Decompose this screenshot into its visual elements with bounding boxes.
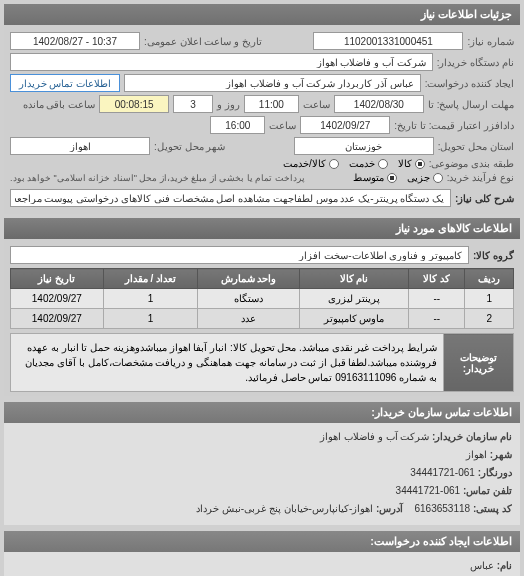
- general-desc-field[interactable]: [10, 189, 451, 207]
- table-header: تاریخ نیاز: [11, 269, 104, 289]
- general-desc-label: شرح کلی نیاز:: [455, 193, 514, 204]
- grouping-option-both[interactable]: کالا/خدمت: [283, 158, 339, 169]
- table-cell: 1: [103, 289, 198, 309]
- price-date-field[interactable]: [300, 116, 390, 134]
- grouping-label: طبقه بندی موضوعی:: [429, 158, 514, 169]
- addr-key: آدرس:: [376, 503, 403, 514]
- time-label-2: ساعت: [269, 120, 296, 131]
- price-validity-label: دادافزر اعتبار قیمت: تا تاریخ:: [394, 120, 514, 131]
- goods-table: ردیفکد کالانام کالاواحد شمارشتعداد / مقد…: [10, 268, 514, 329]
- table-row[interactable]: 2--ماوس کامپیوترعدد11402/09/27: [11, 309, 514, 329]
- qty-option-partial[interactable]: جزیی: [407, 172, 443, 183]
- days-left-field[interactable]: [173, 95, 213, 113]
- buyer-name-label: نام دستگاه خریدار:: [437, 57, 514, 68]
- option-label: کالا/خدمت: [283, 158, 326, 169]
- details-section: شماره نیاز: تاریخ و ساعت اعلان عمومی: نا…: [4, 25, 520, 214]
- request-creator-label: ایجاد کننده درخواست:: [425, 78, 514, 89]
- post-val: 6163653118: [414, 503, 470, 514]
- and-label: روز و: [217, 99, 240, 110]
- buyer-desc-text: شرایط پرداخت غیر نقدی میباشد. محل تحویل …: [11, 334, 444, 392]
- table-cell: --: [409, 289, 465, 309]
- contact-header: اطلاعات تماس سازمان خریدار:: [4, 402, 520, 423]
- response-deadline-label: مهلت ارسال پاسخ: تا: [428, 99, 514, 110]
- grouping-option-service[interactable]: خدمت: [349, 158, 388, 169]
- table-cell: 1: [103, 309, 198, 329]
- buyer-desc-label: توضیحات خریدار:: [444, 334, 514, 392]
- table-row[interactable]: 1--پرینتر لیزریدستگاه11402/09/27: [11, 289, 514, 309]
- radio-icon: [387, 173, 397, 183]
- creator-name-val: عباس: [470, 560, 494, 571]
- delivery-city-field[interactable]: [10, 137, 150, 155]
- price-time-field[interactable]: [210, 116, 265, 134]
- page-title: جزئیات اطلاعات نیاز: [4, 4, 520, 25]
- qty-option-medium[interactable]: متوسط: [353, 172, 397, 183]
- delivery-province-field[interactable]: [294, 137, 434, 155]
- tel-key: تلفن تماس:: [463, 485, 512, 496]
- buyer-contact-button[interactable]: اطلاعات تماس خریدار: [10, 74, 120, 92]
- option-label: کالا: [398, 158, 412, 169]
- qty-radio-group: جزیی متوسط: [353, 172, 443, 183]
- remaining-time-label: ساعت باقی مانده: [23, 99, 96, 110]
- table-cell: دستگاه: [198, 289, 300, 309]
- public-announce-field[interactable]: [10, 32, 140, 50]
- delivery-province-label: استان محل تحویل:: [438, 141, 514, 152]
- creator-header: اطلاعات ایجاد کننده درخواست:: [4, 531, 520, 552]
- time-label-1: ساعت: [303, 99, 330, 110]
- public-announce-label: تاریخ و ساعت اعلان عمومی:: [144, 36, 262, 47]
- table-header: واحد شمارش: [198, 269, 300, 289]
- option-label: خدمت: [349, 158, 375, 169]
- table-cell: عدد: [198, 309, 300, 329]
- buyer-name-field[interactable]: [10, 53, 433, 71]
- table-cell: --: [409, 309, 465, 329]
- grouping-radio-group: کالا خدمت کالا/خدمت: [283, 158, 425, 169]
- tel-val: 061-34441721: [396, 485, 461, 496]
- table-cell: 2: [465, 309, 514, 329]
- city-key: شهر:: [490, 449, 512, 460]
- radio-icon: [378, 159, 388, 169]
- goods-header: اطلاعات کالاهای مورد نیاز: [4, 218, 520, 239]
- table-header: ردیف: [465, 269, 514, 289]
- table-cell: 1402/09/27: [11, 309, 104, 329]
- radio-icon: [415, 159, 425, 169]
- response-time-field[interactable]: [244, 95, 299, 113]
- table-cell: پرینتر لیزری: [299, 289, 408, 309]
- addr-val: اهواز-کیانپارس-خیابان پنج غربی-نبش خرداد: [196, 503, 373, 514]
- post-key: کد پستی:: [473, 503, 512, 514]
- radio-icon: [329, 159, 339, 169]
- contact-body: نام سازمان خریدار: شرکت آب و فاضلاب اهوا…: [4, 423, 520, 525]
- qty-type-label: نوع فرآیند خرید:: [447, 172, 514, 183]
- org-name-key: نام سازمان خریدار:: [432, 431, 512, 442]
- table-cell: 1402/09/27: [11, 289, 104, 309]
- goods-group-field[interactable]: [10, 246, 469, 264]
- grouping-option-goods[interactable]: کالا: [398, 158, 425, 169]
- table-cell: ماوس کامپیوتر: [299, 309, 408, 329]
- delivery-city-label: شهر محل تحویل:: [154, 141, 225, 152]
- goods-group-label: گروه کالا:: [473, 250, 514, 261]
- org-name-val: شرکت آب و فاضلاب اهواز: [320, 431, 429, 442]
- table-cell: 1: [465, 289, 514, 309]
- option-label: جزیی: [407, 172, 430, 183]
- pretel-val: 061-34441721: [410, 467, 475, 478]
- pretel-key: دورنگار:: [478, 467, 512, 478]
- request-creator-field[interactable]: [124, 74, 421, 92]
- table-header: تعداد / مقدار: [103, 269, 198, 289]
- radio-icon: [433, 173, 443, 183]
- creator-name-key: نام:: [497, 560, 512, 571]
- request-number-label: شماره نیاز:: [467, 36, 514, 47]
- table-header: نام کالا: [299, 269, 408, 289]
- payment-note: پرداخت تمام یا بخشی از مبلغ خرید،از محل …: [10, 173, 305, 183]
- request-number-field[interactable]: [313, 32, 463, 50]
- table-header: کد کالا: [409, 269, 465, 289]
- city-val: اهواز: [466, 449, 487, 460]
- remaining-time-field[interactable]: [99, 95, 169, 113]
- option-label: متوسط: [353, 172, 384, 183]
- response-date-field[interactable]: [334, 95, 424, 113]
- creator-body: نام: عباس نام خانوادگی: آذر تلفن تماس: 0…: [4, 552, 520, 576]
